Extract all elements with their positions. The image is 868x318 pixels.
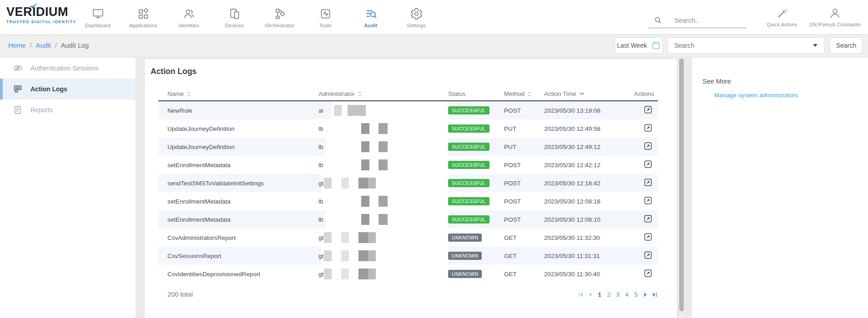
manage-system-administrators-link[interactable]: Manage system administrators [714,92,868,99]
first-page-button[interactable] [578,292,584,298]
column-header-status: Status [448,90,504,97]
sidebar-item-authentication-sessions[interactable]: Authentication Sessions [0,58,136,79]
settings-icon [410,7,423,20]
scrollbar-thumb[interactable] [679,59,684,311]
magic-wand-icon [776,7,788,20]
nav-item-label: Tools [319,23,332,28]
open-record-button[interactable] [643,195,653,207]
page-1-button[interactable]: 1 [597,291,602,298]
sort-both-icon [528,91,531,97]
open-record-icon [643,159,653,169]
open-record-button[interactable] [643,123,653,134]
prev-page-button[interactable] [587,292,593,298]
sidebar-item-reports[interactable]: Reports [0,99,136,120]
nav-item-orchestrator[interactable]: Orchestrator [257,0,303,34]
sidebar-item-action-logs[interactable]: Action Logs [0,79,136,99]
redacted-block [358,268,368,279]
brand-logo[interactable]: VERIDIUM TRUSTED DIGITAL IDENTITY [6,6,76,24]
page-2-button[interactable]: 2 [606,291,611,298]
breadcrumb-separator: / [55,42,57,49]
open-record-icon [643,123,653,133]
cell-method: GET [504,234,544,241]
log-list-icon [13,84,23,94]
breadcrumb-bar: Home/Audit/Audit Log Last Week Search Se… [0,34,868,56]
administrator-prefix: lb [318,216,323,223]
open-record-button[interactable] [643,104,653,116]
table-row[interactable]: UpdateJourneyDefinition lb SUCCESSFUL PU… [158,138,658,156]
open-record-button[interactable] [643,159,653,171]
open-record-button[interactable] [643,214,653,225]
breadcrumb-item-1[interactable]: Audit [36,42,51,49]
cell-administrator: lb [318,192,448,210]
column-header-method[interactable]: Method [504,90,544,97]
user-menu[interactable]: DN,R'emuß Cönstantin [806,7,864,27]
page-5-button[interactable]: 5 [633,291,639,298]
open-record-button[interactable] [643,250,653,262]
table-row[interactable]: UpdateJourneyDefinition lb SUCCESSFUL PU… [158,119,658,138]
breadcrumb-separator: / [30,42,32,49]
table-row[interactable]: sendTestSMSToValidateInitSettings gt SUC… [158,174,658,192]
breadcrumb-item-0[interactable]: Home [8,42,26,49]
prev-page-icon [587,292,593,298]
column-header-action-time[interactable]: Action Time [544,90,612,97]
last-page-button[interactable] [652,292,658,298]
redacted-block [361,196,369,207]
cell-status: UNKNOWN [448,234,504,242]
status-badge: UNKNOWN [448,270,482,278]
nav-item-label: Audit [364,23,377,28]
identities-icon [182,7,196,20]
table-row[interactable]: setEnrollmentMetadata lb SUCCESSFUL POST… [158,210,658,229]
cell-action-time: 2023/05/30 11:30:40 [544,271,612,278]
date-range-button[interactable]: Last Week [615,37,663,54]
nav-item-audit[interactable]: Audit [348,0,394,34]
redacted-block [368,232,376,243]
nav-item-settings[interactable]: Settings [394,0,439,34]
cell-action-time: 2023/05/30 12:08:10 [544,216,612,223]
action-logs-table: Name Administrator Status Method Action … [158,87,658,298]
see-more-panel: See More Manage system administrators [692,58,868,318]
table-row[interactable]: CsvAdministratorsReport gt UNKNOWN GET 2… [158,229,658,247]
orchestrator-icon [273,7,287,20]
search-button[interactable]: Search [830,37,863,54]
open-record-button[interactable] [643,268,653,280]
next-page-button[interactable] [642,292,648,298]
redacted-block [361,214,369,225]
column-header-administrator[interactable]: Administrator [318,90,448,97]
table-row[interactable]: setEnrollmentMetadata lb SUCCESSFUL POST… [158,192,658,210]
status-badge: SUCCESSFUL [448,215,490,224]
redacted-block [378,123,388,134]
open-record-button[interactable] [643,232,653,243]
table-row[interactable]: CsvIdentitiesDeprovisionedReport gt UNKN… [158,265,658,283]
nav-item-tools[interactable]: Tools [303,0,348,34]
tools-icon [319,7,332,20]
nav-item-devices[interactable]: Devices [212,0,257,34]
chevron-down-icon [813,44,818,47]
brand-name: VERIDIUM [6,6,76,18]
table-row[interactable]: setEnrollmentMetadata lb SUCCESSFUL POST… [158,156,658,174]
open-record-button[interactable] [643,141,653,153]
page-3-button[interactable]: 3 [615,291,621,298]
column-header-name[interactable]: Name [158,90,318,97]
sidebar-item-label: Authentication Sessions [30,65,98,72]
nav-item-identities[interactable]: Identities [166,0,212,34]
cell-actions [612,268,658,280]
search-field-dropdown[interactable]: Search [667,37,824,54]
cell-action-time: 2023/05/30 12:18:42 [544,180,612,187]
table-row[interactable]: CsvSessionsReport gt UNKNOWN GET 2023/05… [158,247,658,265]
redacted-block [378,159,388,170]
open-record-icon [643,195,653,206]
redacted-block [361,159,369,170]
eye-off-icon [13,63,23,73]
page-4-button[interactable]: 4 [624,291,630,298]
sidebar-item-label: Reports [30,106,53,114]
open-record-button[interactable] [643,177,653,189]
first-page-icon [578,292,584,298]
cell-status: UNKNOWN [448,270,504,278]
nav-item-applications[interactable]: Applications [121,0,166,34]
quick-actions-button[interactable]: Quick Actions [758,7,806,27]
global-search-input[interactable] [673,16,742,25]
scrollbar-track[interactable] [679,58,684,318]
nav-item-dashboard[interactable]: Dashboard [75,0,121,34]
table-row[interactable]: NewRole ai SUCCESSFUL POST 2023/05/30 13… [158,101,658,119]
administrator-prefix: gt [318,234,323,241]
